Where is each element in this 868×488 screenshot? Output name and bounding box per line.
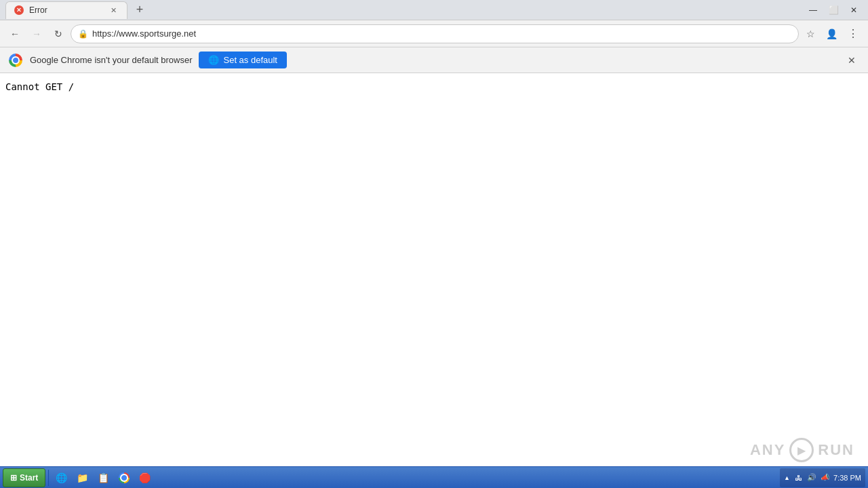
tab-favicon: ✕ bbox=[14, 5, 24, 15]
tray-time: 7:38 PM bbox=[833, 474, 861, 482]
taskbar-divider bbox=[48, 470, 49, 486]
tray-notification-icon: 📣 bbox=[820, 472, 831, 483]
start-icon: ⊞ bbox=[10, 473, 17, 483]
close-button[interactable]: ✕ bbox=[845, 1, 863, 19]
taskbar-ie[interactable]: 🌐 bbox=[52, 470, 71, 486]
profile-button[interactable]: 👤 bbox=[822, 24, 841, 43]
taskbar-error[interactable]: 🛑 bbox=[135, 470, 155, 486]
infobar-message: Google Chrome isn't your default browser bbox=[30, 55, 192, 65]
maximize-button[interactable]: ⬜ bbox=[825, 1, 842, 19]
watermark-play-icon: ▶ bbox=[789, 438, 814, 462]
tray-expand-button[interactable]: ▲ bbox=[784, 474, 790, 481]
taskbar-clipboard[interactable]: 📋 bbox=[94, 470, 113, 486]
url-text: https://www.sportsurge.net bbox=[92, 28, 791, 39]
window-controls: ― ⬜ ✕ bbox=[804, 1, 863, 19]
titlebar: ✕ Error ✕ + ― ⬜ ✕ bbox=[0, 0, 868, 20]
taskbar-chrome[interactable] bbox=[115, 470, 134, 486]
tab-close-button[interactable]: ✕ bbox=[108, 5, 119, 16]
files-icon: 📁 bbox=[77, 472, 88, 483]
system-tray: ▲ 🖧 🔊 📣 7:38 PM bbox=[780, 468, 865, 487]
menu-button[interactable]: ⋮ bbox=[844, 24, 863, 43]
error-message: Cannot GET / bbox=[5, 81, 74, 92]
watermark-text-any: ANY bbox=[750, 441, 785, 459]
navigation-bar: ← → ↻ 🔒 https://www.sportsurge.net ☆ 👤 ⋮ bbox=[0, 20, 868, 47]
minimize-button[interactable]: ― bbox=[804, 1, 822, 19]
tray-volume-icon: 🔊 bbox=[806, 472, 817, 483]
error-taskbar-icon: 🛑 bbox=[139, 472, 151, 483]
forward-button[interactable]: → bbox=[27, 24, 46, 43]
chrome-logo-icon bbox=[8, 53, 23, 68]
set-default-globe-icon: 🌐 bbox=[208, 55, 219, 65]
tray-network-icon: 🖧 bbox=[793, 472, 804, 483]
active-tab[interactable]: ✕ Error ✕ bbox=[5, 1, 127, 19]
infobar-close-button[interactable]: ✕ bbox=[844, 52, 860, 68]
lock-icon: 🔒 bbox=[78, 29, 88, 39]
anyrun-watermark: ANY ▶ RUN bbox=[750, 438, 854, 462]
tab-title: Error bbox=[29, 5, 47, 15]
address-bar[interactable]: 🔒 https://www.sportsurge.net bbox=[71, 24, 799, 43]
tab-strip: ✕ Error ✕ + bbox=[5, 1, 149, 20]
chrome-taskbar-icon bbox=[119, 472, 130, 483]
taskbar: ⊞ Start 🌐 📁 📋 🛑 ▲ 🖧 🔊 📣 7:38 PM bbox=[0, 466, 868, 488]
taskbar-files[interactable]: 📁 bbox=[73, 470, 92, 486]
set-default-button[interactable]: 🌐 Set as default bbox=[199, 52, 287, 68]
set-default-label: Set as default bbox=[223, 55, 277, 65]
infobar: Google Chrome isn't your default browser… bbox=[0, 47, 868, 73]
watermark-text-run: RUN bbox=[818, 441, 854, 459]
new-tab-button[interactable]: + bbox=[130, 1, 149, 20]
bookmark-button[interactable]: ☆ bbox=[802, 25, 819, 43]
reload-button[interactable]: ↻ bbox=[49, 24, 68, 43]
ie-icon: 🌐 bbox=[56, 472, 67, 483]
clipboard-icon: 📋 bbox=[98, 472, 109, 483]
start-button[interactable]: ⊞ Start bbox=[3, 468, 45, 487]
back-button[interactable]: ← bbox=[5, 24, 24, 43]
page-content: Cannot GET / bbox=[0, 73, 868, 466]
start-label: Start bbox=[20, 473, 38, 483]
